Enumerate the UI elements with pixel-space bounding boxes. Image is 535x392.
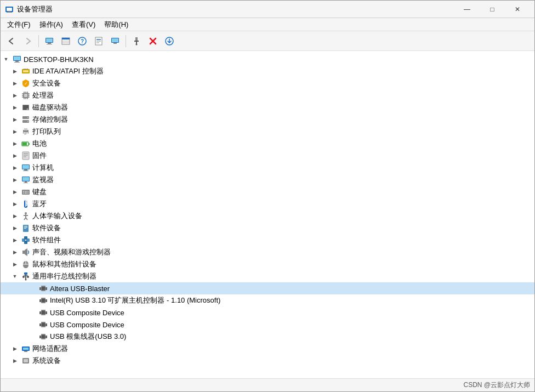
ide-toggle[interactable]: ▶ [10, 67, 19, 76]
svg-rect-104 [24, 272, 27, 275]
minimize-button[interactable]: — [454, 1, 480, 18]
system-toggle[interactable]: ▶ [10, 356, 19, 365]
category-softdev[interactable]: ▶ 软件设备 [1, 222, 534, 234]
category-softcomp[interactable]: ▶ 软件组件 [1, 234, 534, 246]
category-keyboard[interactable]: ▶ 键盘 [1, 186, 534, 198]
disk-toggle[interactable]: ▶ [10, 103, 19, 112]
category-disk[interactable]: ▶ 磁盘驱动器 [1, 101, 534, 113]
category-cpu[interactable]: ▶ [1, 89, 534, 101]
svg-rect-119 [39, 311, 41, 314]
toolbar-btn-computer[interactable] [42, 33, 57, 49]
svg-rect-99 [24, 236, 27, 240]
category-storage[interactable]: ▶ 存储控制器 [1, 113, 534, 126]
back-button[interactable] [4, 33, 19, 49]
toolbar-btn-properties[interactable] [91, 33, 106, 49]
softdev-toggle[interactable]: ▶ [10, 224, 19, 232]
svg-rect-21 [135, 37, 138, 41]
category-network[interactable]: ▶ 网络适配器 [1, 343, 534, 355]
category-monitor[interactable]: ▶ 监视器 [1, 174, 534, 186]
main-content: ▼ DESKTOP-BHUK3KN ▶ [1, 51, 534, 378]
sound-icon [21, 248, 30, 257]
network-toggle[interactable]: ▶ [10, 344, 19, 353]
window-icon [5, 5, 14, 14]
svg-rect-81 [25, 191, 26, 192]
category-mouse[interactable]: ▶ 鼠标和其他指针设备 [1, 258, 534, 270]
status-bar: CSDN @云影点灯大师 [1, 378, 534, 391]
usb-child-altera[interactable]: ▶ Altera USB-Blaster [1, 282, 534, 294]
usb-toggle[interactable]: ▼ [10, 272, 19, 281]
human-icon [21, 212, 30, 220]
window-title: 设备管理器 [17, 4, 454, 14]
monitor-toggle[interactable]: ▶ [10, 175, 19, 184]
cpu-toggle[interactable]: ▶ [10, 91, 19, 100]
root-toggle[interactable]: ▼ [2, 55, 10, 64]
menu-action[interactable]: 操作(A) [35, 19, 67, 31]
svg-rect-72 [22, 165, 29, 169]
svg-rect-83 [28, 191, 29, 192]
close-button[interactable]: ✕ [505, 1, 530, 18]
category-security[interactable]: ▶ ✓ 安全设备 [1, 77, 534, 89]
sound-toggle[interactable]: ▶ [10, 248, 19, 257]
toolbar-btn-help[interactable]: ? [75, 33, 90, 49]
menu-help[interactable]: 帮助(H) [100, 19, 133, 31]
hub-label: USB 根集线器(USB 3.0) [50, 332, 126, 342]
menu-file[interactable]: 文件(F) [3, 19, 35, 31]
print-toggle[interactable]: ▶ [10, 127, 19, 136]
category-firmware[interactable]: ▶ 固件 [1, 150, 534, 162]
storage-icon [21, 115, 30, 124]
forward-button[interactable] [20, 33, 36, 49]
svg-point-88 [25, 212, 27, 214]
toolbar-btn-list[interactable] [58, 33, 73, 49]
maximize-button[interactable]: □ [480, 1, 505, 18]
computer2-icon [21, 163, 30, 172]
usb-child-composite2[interactable]: ▶ USB Composite Device [1, 319, 534, 331]
battery-label: 电池 [32, 139, 47, 149]
svg-rect-5 [46, 38, 53, 42]
toolbar-btn-remove[interactable] [145, 33, 161, 49]
category-battery[interactable]: ▶ 电池 [1, 138, 534, 150]
category-usb[interactable]: ▼ 通用串行总线控制器 [1, 270, 534, 282]
toolbar-btn-monitor[interactable] [107, 33, 123, 49]
softdev-label: 软件设备 [32, 223, 61, 233]
category-sound[interactable]: ▶ 声音、视频和游戏控制器 [1, 246, 534, 258]
softcomp-toggle[interactable]: ▶ [10, 236, 19, 245]
usb-child-intel[interactable]: ▶ Intel(R) USB 3.10 可扩展主机控制器 - 1.10 (Mic… [1, 294, 534, 306]
ide-label: IDE ATA/ATAPI 控制器 [32, 66, 104, 76]
composite2-icon [39, 320, 48, 329]
svg-rect-31 [14, 62, 20, 63]
altera-label: Altera USB-Blaster [50, 285, 110, 293]
menu-view[interactable]: 查看(V) [67, 19, 100, 31]
security-icon: ✓ [21, 79, 30, 88]
toolbar-btn-update[interactable] [162, 33, 177, 49]
svg-rect-86 [27, 192, 29, 194]
monitor-icon [21, 175, 30, 184]
intel-usb-label: Intel(R) USB 3.10 可扩展主机控制器 - 1.10 (Micro… [50, 296, 220, 305]
svg-point-109 [25, 279, 27, 281]
svg-rect-121 [42, 311, 45, 314]
device-tree[interactable]: ▼ DESKTOP-BHUK3KN ▶ [1, 51, 534, 378]
tree-root[interactable]: ▼ DESKTOP-BHUK3KN [1, 53, 534, 65]
mouse-toggle[interactable]: ▶ [10, 260, 19, 269]
usb-child-hub[interactable]: ▶ USB 根集线器(USB 3.0) [1, 331, 534, 343]
category-print[interactable]: ▶ 打印队列 [1, 126, 534, 138]
computer-label: 计算机 [32, 163, 54, 173]
category-bluetooth[interactable]: ▶ 蓝牙 [1, 198, 534, 210]
category-ide[interactable]: ▶ IDE ATA/ATAPI 控制器 [1, 65, 534, 77]
human-toggle[interactable]: ▶ [10, 212, 19, 220]
keyboard-toggle[interactable]: ▶ [10, 188, 19, 196]
usb-child-composite1[interactable]: ▶ USB Composite Device [1, 306, 534, 319]
category-computer[interactable]: ▶ 计算机 [1, 162, 534, 174]
security-toggle[interactable]: ▶ [10, 79, 19, 88]
svg-point-57 [27, 117, 29, 118]
bluetooth-toggle[interactable]: ▶ [10, 200, 19, 208]
hub-icon [39, 332, 48, 341]
toolbar-separator-1 [38, 35, 39, 47]
firmware-toggle[interactable]: ▶ [10, 151, 19, 160]
toolbar-btn-usb[interactable] [129, 33, 144, 49]
category-human[interactable]: ▶ 人体学输入设备 [1, 210, 534, 222]
battery-toggle[interactable]: ▶ [10, 139, 19, 148]
computer-toggle[interactable]: ▶ [10, 163, 19, 172]
category-system[interactable]: ▶ 系统设备 [1, 355, 534, 367]
storage-toggle[interactable]: ▶ [10, 115, 19, 124]
composite2-label: USB Composite Device [50, 321, 124, 329]
